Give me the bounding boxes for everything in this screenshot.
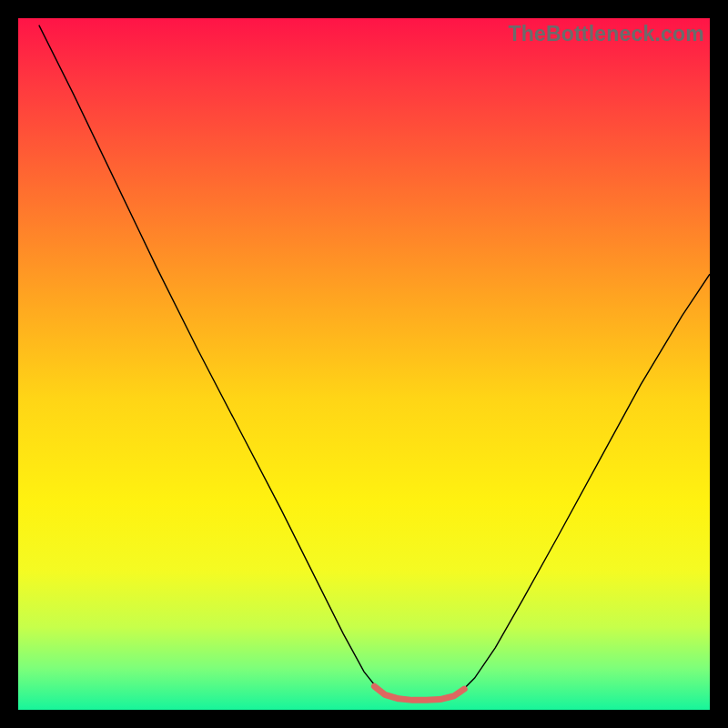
chart-canvas xyxy=(18,18,710,710)
watermark-text: TheBottleneck.com xyxy=(508,22,704,46)
gradient-background xyxy=(18,18,710,710)
chart-frame: TheBottleneck.com xyxy=(18,18,710,710)
